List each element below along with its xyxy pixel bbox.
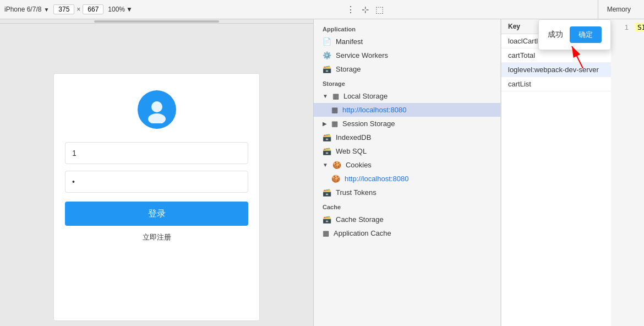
device-name: iPhone 6/7/8 [4, 6, 41, 13]
key-column: Key loaclCartlist cartTotal loglevel:web… [501, 19, 611, 326]
sidebar-item-local-storage-url[interactable]: ▦ http://localhost:8080 [314, 103, 500, 117]
app-cache-grid-icon: ▦ [323, 229, 329, 237]
session-storage-grid-icon: ▦ [331, 119, 338, 128]
application-header: Application [314, 21, 500, 35]
success-popup: 成功 确定 [538, 19, 611, 50]
username-input[interactable] [65, 142, 248, 164]
value-panel: 1 SILENT [611, 19, 644, 326]
sidebar-item-local-storage[interactable]: ▼ ▦ Local Storage [314, 89, 500, 103]
memory-label: Memory [607, 6, 631, 13]
manifest-label: Manifest [336, 37, 363, 46]
application-cache-label: Application Cache [334, 229, 391, 237]
cookies-label: Cookies [346, 161, 372, 169]
value-text: SILENT [635, 23, 644, 32]
cursor-icon[interactable]: ⊹ [361, 3, 370, 16]
local-storage-label: Local Storage [343, 92, 388, 100]
password-input[interactable] [65, 171, 248, 193]
service-workers-label: Service Workers [336, 51, 388, 59]
zoom-arrow-icon: ▼ [126, 6, 133, 13]
trust-tokens-icon: 🗃️ [323, 188, 331, 197]
cookies-icon: 🍪 [332, 161, 341, 169]
sidebar-item-trust-tokens[interactable]: 🗃️ Trust Tokens [314, 186, 500, 199]
cache-storage-label: Cache Storage [336, 215, 384, 224]
cookies-url-icon: 🍪 [331, 175, 340, 183]
local-storage-url-label: http://localhost:8080 [342, 106, 406, 114]
sidebar-item-web-sql[interactable]: 🗃️ Web SQL [314, 144, 500, 158]
local-storage-chevron: ▼ [323, 93, 328, 99]
sidebar-item-cookies-url[interactable]: 🍪 http://localhost:8080 [314, 172, 500, 186]
local-storage-grid-icon: ▦ [332, 92, 339, 100]
storage-label: Storage [336, 65, 361, 73]
session-storage-chevron: ▶ [323, 121, 327, 127]
line-number: 1 [618, 23, 629, 31]
indexeddb-icon: 🗃️ [323, 133, 331, 142]
value-row: 1 SILENT [611, 19, 644, 35]
storage-icon: 🗃️ [323, 65, 331, 73]
size-box: × [53, 4, 103, 14]
zoom-value: 100% [108, 6, 125, 13]
app-panel: Application 📄 Manifest ⚙️ Service Worker… [314, 19, 644, 326]
manifest-icon: 📄 [323, 37, 331, 46]
zoom-selector[interactable]: 100% ▼ [108, 6, 133, 13]
cookies-chevron: ▼ [323, 162, 328, 168]
sidebar-item-session-storage[interactable]: ▶ ▦ Session Storage [314, 117, 500, 131]
more-icon[interactable]: ⋮ [345, 3, 356, 16]
key-item-loglevel[interactable]: loglevel:webpack-dev-server [501, 63, 611, 77]
cookies-url-label: http://localhost:8080 [345, 175, 408, 183]
size-separator: × [77, 6, 80, 13]
confirm-button[interactable]: 确定 [570, 26, 602, 43]
width-input[interactable] [53, 4, 74, 14]
main-content: 登录 立即注册 成功 确定 [0, 19, 644, 326]
key-item-label: cartList [508, 80, 531, 88]
phone-frame: 登录 立即注册 [53, 73, 260, 321]
success-text: 成功 [548, 30, 563, 40]
device-selector[interactable]: iPhone 6/7/8 ▼ [4, 6, 49, 13]
device-toggle-icon[interactable]: ⬚ [374, 3, 385, 16]
phone-panel: 登录 立即注册 [0, 19, 314, 326]
cache-storage-icon: 🗃️ [323, 215, 331, 224]
key-item-carttotal[interactable]: cartTotal [501, 48, 611, 63]
device-arrow-icon: ▼ [43, 7, 49, 13]
key-item-cartlist[interactable]: cartList [501, 77, 611, 91]
storage-header: Storage [314, 76, 500, 89]
svg-point-0 [151, 101, 162, 112]
svg-point-1 [148, 113, 166, 123]
sidebar-item-manifest[interactable]: 📄 Manifest [314, 35, 500, 48]
sidebar-item-cache-storage[interactable]: 🗃️ Cache Storage [314, 213, 500, 226]
web-sql-icon: 🗃️ [323, 147, 331, 155]
sidebar-item-cookies[interactable]: ▼ 🍪 Cookies [314, 158, 500, 172]
right-content: Key loaclCartlist cartTotal loglevel:web… [501, 19, 644, 326]
sidebar-item-service-workers[interactable]: ⚙️ Service Workers [314, 48, 500, 62]
key-item-label: cartTotal [508, 51, 535, 59]
register-label: 立即注册 [143, 233, 171, 241]
sidebar-item-indexeddb[interactable]: 🗃️ IndexedDB [314, 131, 500, 144]
top-bar: iPhone 6/7/8 ▼ × 100% ▼ ⋮ ⊹ ⬚ Memory [0, 0, 644, 19]
service-workers-icon: ⚙️ [323, 51, 331, 59]
local-storage-url-grid-icon: ▦ [331, 106, 338, 114]
memory-tab[interactable]: Memory [598, 0, 640, 19]
cache-header: Cache [314, 199, 500, 213]
indexeddb-label: IndexedDB [336, 133, 371, 142]
session-storage-label: Session Storage [342, 119, 395, 128]
toolbar-icons: ⋮ ⊹ ⬚ [345, 3, 385, 16]
login-button[interactable]: 登录 [65, 202, 248, 226]
devtools-panel: 成功 确定 Application 📄 Manifest [314, 19, 644, 326]
height-input[interactable] [83, 4, 103, 14]
sidebar: Application 📄 Manifest ⚙️ Service Worker… [314, 19, 501, 326]
register-link[interactable]: 立即注册 [143, 232, 171, 242]
key-item-label: loglevel:webpack-dev-server [508, 66, 599, 74]
sidebar-item-storage[interactable]: 🗃️ Storage [314, 62, 500, 76]
login-label: 登录 [148, 209, 166, 218]
web-sql-label: Web SQL [336, 147, 367, 155]
sidebar-item-application-cache[interactable]: ▦ Application Cache [314, 226, 500, 240]
avatar [138, 90, 176, 129]
trust-tokens-label: Trust Tokens [336, 188, 376, 197]
